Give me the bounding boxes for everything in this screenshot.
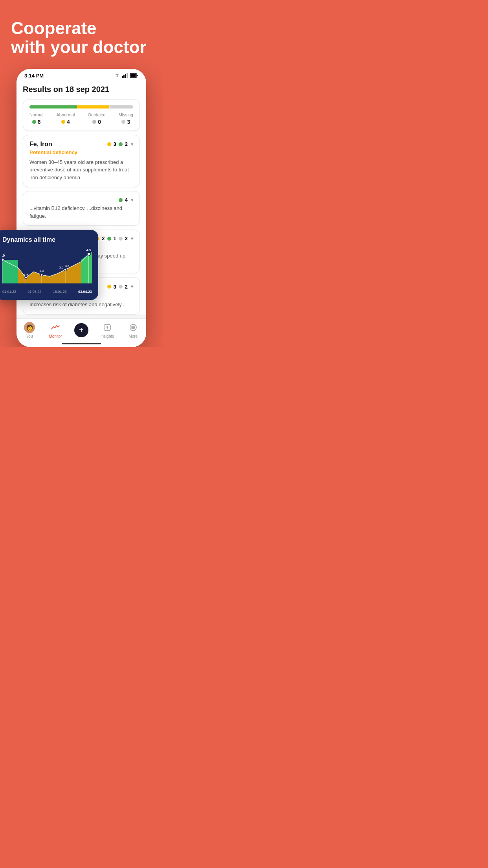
progress-normal: [29, 105, 77, 108]
more-icon: [128, 322, 139, 333]
normal-dot: [32, 120, 36, 124]
svg-text:4.9: 4.9: [86, 248, 92, 252]
dynamics-title: Dynamics all time: [2, 236, 92, 243]
zinc-badge-yellow-count: 2: [102, 235, 105, 241]
iron-chevron-icon: ▾: [131, 142, 133, 147]
svg-text:3.9: 3.9: [24, 273, 28, 276]
svg-text:3.6: 3.6: [65, 264, 70, 268]
chart-date-3: 18.01.23: [53, 290, 67, 294]
normal-count: 6: [32, 119, 41, 125]
nav-item-insights[interactable]: Insights: [94, 322, 120, 338]
home-bar: [62, 343, 101, 344]
chart-area: 5.0 3.9 2.3 3.6 3.6 4.9: [2, 248, 92, 287]
bottom-nav: 🧑 You Monitor +: [17, 318, 146, 340]
nav-item-more[interactable]: More: [120, 322, 146, 338]
phone-container: Dynamics all time: [0, 69, 163, 347]
abnormal-count: 4: [61, 119, 70, 125]
chart-date-1: 04.01.22: [2, 290, 16, 294]
b12-badge-count: 4: [125, 197, 128, 203]
chart-dates: 04.01.22 21.08.22 18.01.23 03.04.23: [2, 290, 92, 294]
b12-desc: ...vitamin B12 deficiency. ...dizziness …: [29, 204, 133, 220]
home-indicator: [17, 340, 146, 347]
b12-chevron-icon: ▾: [131, 197, 133, 203]
dynamics-card[interactable]: Dynamics all time: [0, 230, 98, 300]
outdated-label-item: Outdated 0: [88, 112, 105, 125]
progress-missing: [110, 105, 133, 108]
iron-header: Fe, Iron 3 2 ▾: [29, 141, 133, 148]
you-avatar: 🧑: [24, 322, 35, 333]
normal-label: Normal: [29, 112, 43, 117]
outdated-dot: [92, 120, 96, 124]
svg-rect-20: [123, 75, 125, 78]
svg-rect-21: [125, 74, 126, 78]
iron-badge-green-dot: [119, 142, 123, 146]
zinc-badge-green-dot: [107, 237, 111, 241]
iron-badges: 3 2 ▾: [107, 141, 133, 147]
nav-label-monitor: Monitor: [49, 334, 62, 338]
phone-frame: 3:14 PM: [17, 69, 146, 347]
chart-date-4-active: 03.04.23: [78, 290, 92, 294]
nav-item-you[interactable]: 🧑 You: [17, 322, 42, 338]
signal-icon: [122, 73, 128, 78]
status-bar: 3:14 PM: [17, 69, 146, 81]
iron-badge-yellow-count: 3: [114, 141, 116, 147]
zinc-badge-green-count: 1: [114, 235, 116, 241]
vitd-badge-yellow-dot: [107, 285, 111, 289]
abnormal-label-item: Abnormal 4: [56, 112, 75, 125]
zinc-chevron-icon: ▾: [131, 236, 133, 241]
normal-label-item: Normal 6: [29, 112, 43, 125]
result-card-iron[interactable]: Fe, Iron 3 2 ▾ Potential deficiency Wome…: [23, 135, 140, 188]
monitor-icon: [50, 322, 61, 333]
b12-badge-green-dot: [119, 198, 123, 202]
nav-item-add[interactable]: +: [68, 323, 94, 337]
insights-icon: [102, 322, 113, 333]
progress-card: Normal 6 Abnormal 4 Ou: [23, 99, 140, 131]
svg-marker-0: [2, 260, 18, 283]
svg-rect-24: [137, 75, 138, 76]
nav-label-insights: Insights: [101, 334, 114, 338]
wifi-icon: [114, 73, 120, 78]
progress-bar: [29, 105, 133, 108]
svg-text:2.3: 2.3: [39, 269, 44, 272]
missing-label: Missing: [119, 112, 133, 117]
vitd-chevron-icon: ▾: [131, 284, 133, 289]
result-card-b12[interactable]: 4 ▾ ...vitamin B12 deficiency. ...dizzin…: [23, 191, 140, 226]
iron-badge-green-count: 2: [125, 141, 128, 147]
iron-status: Potential deficiency: [29, 149, 133, 155]
missing-label-item: Missing 3: [119, 112, 133, 125]
nav-item-monitor[interactable]: Monitor: [42, 322, 68, 338]
vitd-badge-gray-count: 2: [125, 284, 128, 290]
svg-text:3.6: 3.6: [59, 266, 64, 269]
iron-badge-yellow-dot: [107, 142, 111, 146]
outdated-count: 0: [92, 119, 101, 125]
progress-abnormal: [77, 105, 109, 108]
hero-title: Cooperate with your doctor: [11, 19, 152, 57]
nav-label-you: You: [26, 334, 33, 338]
add-icon: +: [74, 323, 88, 337]
svg-point-3: [2, 258, 4, 261]
svg-text:5.0: 5.0: [2, 254, 5, 257]
abnormal-dot: [61, 120, 65, 124]
chart-date-2: 21.08.22: [28, 290, 41, 294]
progress-labels: Normal 6 Abnormal 4 Ou: [29, 112, 133, 125]
status-icons: [114, 73, 138, 78]
svg-rect-22: [127, 73, 128, 78]
vitd-badge-gray-dot: [119, 285, 123, 289]
vitd-desc: Increases risk of diabetes and negativel…: [29, 301, 133, 309]
time: 3:14 PM: [24, 73, 44, 79]
abnormal-label: Abnormal: [56, 112, 75, 117]
nav-label-more: More: [129, 334, 138, 338]
iron-name: Fe, Iron: [29, 141, 52, 148]
hero-section: Cooperate with your doctor: [0, 0, 163, 69]
outdated-label: Outdated: [88, 112, 105, 117]
vitd-badge-yellow-count: 3: [114, 284, 116, 290]
svg-rect-19: [122, 76, 123, 78]
results-header: Results on 18 sep 2021: [23, 81, 140, 99]
vitd-badges: 3 2 ▾: [107, 284, 133, 290]
svg-rect-25: [130, 74, 136, 77]
zinc-badge-gray-dot: [119, 237, 123, 241]
b12-badges: 4 ▾: [119, 197, 133, 203]
missing-dot: [121, 120, 125, 124]
zinc-badge-gray-count: 2: [125, 235, 128, 241]
zinc-badges: 2 1 2 ▾: [95, 235, 133, 241]
